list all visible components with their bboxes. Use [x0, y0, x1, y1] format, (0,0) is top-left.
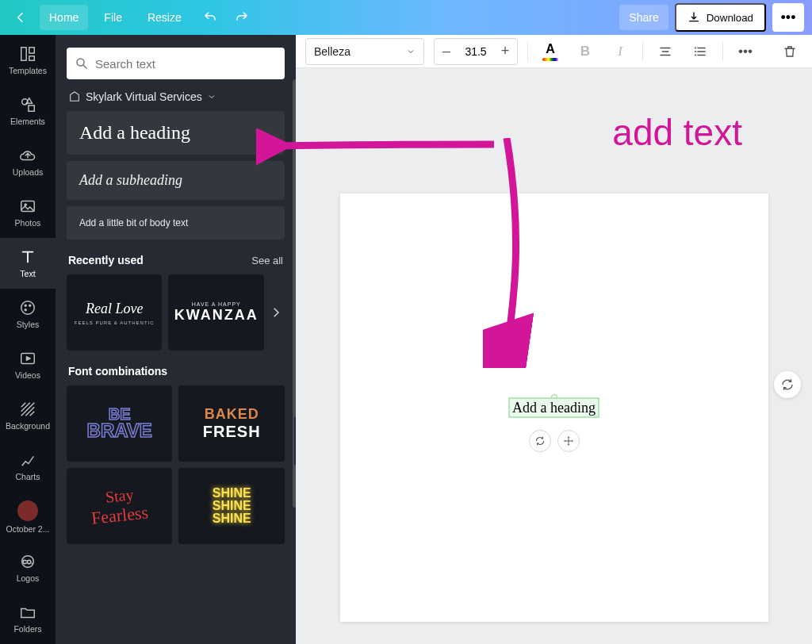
download-label: Download: [707, 12, 753, 24]
chevron-down-icon: [406, 47, 416, 56]
rail-templates[interactable]: Templates: [0, 35, 56, 86]
refresh-icon: [780, 378, 795, 392]
rail-label: Text: [20, 269, 35, 278]
add-heading-label: Add a heading: [79, 122, 272, 144]
move-icon: [563, 435, 574, 447]
svg-point-8: [25, 305, 27, 307]
font-size-minus[interactable]: –: [435, 39, 458, 64]
videos-icon: [19, 350, 36, 367]
templates-icon: [19, 45, 36, 63]
document-viewport[interactable]: Add a heading: [296, 68, 812, 644]
elements-icon: [19, 96, 36, 113]
brand-icon: [68, 90, 81, 103]
list-button[interactable]: [688, 39, 713, 64]
text-toolbar: Belleza – 31.5 + A B I •••: [296, 35, 812, 68]
chevron-right-icon: [269, 305, 283, 320]
svg-point-15: [695, 47, 696, 48]
file-menu[interactable]: File: [94, 5, 132, 30]
recent-title: Recently used: [68, 254, 144, 266]
download-icon: [688, 11, 700, 24]
back-icon[interactable]: [8, 5, 33, 30]
recent-tile-1[interactable]: HAVE A HAPPY KWANZAA: [168, 274, 264, 351]
font-size-stepper[interactable]: – 31.5 +: [434, 38, 518, 65]
delete-button[interactable]: [777, 39, 802, 64]
search-icon: [75, 56, 89, 71]
top-bar: Home File Resize Share Download •••: [0, 0, 812, 35]
svg-point-9: [29, 305, 31, 307]
rail-label: Folders: [13, 624, 41, 634]
search-input-wrap[interactable]: [67, 48, 285, 79]
logos-icon: CO.: [19, 553, 36, 570]
bold-button[interactable]: B: [573, 39, 598, 64]
align-button[interactable]: [653, 39, 678, 64]
add-subheading-label: Add a subheading: [79, 172, 272, 189]
svg-point-14: [77, 59, 84, 66]
add-heading-button[interactable]: Add a heading: [67, 111, 285, 155]
font-name: Belleza: [314, 45, 350, 58]
rail-charts[interactable]: Charts: [0, 441, 56, 492]
sync-icon: [534, 435, 546, 447]
undo-icon[interactable]: [197, 5, 223, 30]
add-subheading-button[interactable]: Add a subheading: [67, 161, 285, 200]
canvas-area: Belleza – 31.5 + A B I •••: [296, 35, 812, 644]
rail-label: Templates: [9, 66, 47, 75]
combos-title: Font combinations: [68, 365, 167, 378]
brand-dropdown[interactable]: Skylark Virtual Services: [68, 90, 283, 103]
toolbar-more[interactable]: •••: [733, 39, 758, 64]
see-all-link[interactable]: See all: [251, 255, 283, 266]
home-button[interactable]: Home: [40, 5, 88, 30]
share-button[interactable]: Share: [619, 5, 668, 30]
recent-next[interactable]: [267, 304, 285, 321]
brand-label: Skylark Virtual Services: [86, 90, 202, 103]
text-color-button[interactable]: A: [538, 39, 563, 64]
selected-text-element[interactable]: Add a heading: [508, 398, 599, 418]
combo-tile-2[interactable]: Stay Fearless: [67, 468, 173, 544]
italic-button[interactable]: I: [607, 39, 633, 64]
rail-photos[interactable]: Photos: [0, 187, 56, 238]
rail-label: October 2...: [6, 524, 50, 534]
font-size-plus[interactable]: +: [493, 39, 517, 64]
svg-rect-4: [29, 105, 34, 111]
sync-button[interactable]: [529, 430, 551, 452]
page[interactable]: Add a heading: [340, 194, 768, 622]
combo-tile-0[interactable]: BE BRAVE: [67, 385, 173, 462]
rail-background[interactable]: Background: [0, 390, 56, 441]
more-menu[interactable]: •••: [772, 3, 804, 32]
svg-rect-2: [29, 56, 34, 61]
rail-october[interactable]: October 2...: [0, 492, 56, 542]
trash-icon: [783, 44, 797, 59]
rail-label: Logos: [17, 573, 40, 583]
charts-icon: [19, 451, 36, 469]
combo-tile-3[interactable]: SHINE SHINE SHINE: [178, 468, 285, 544]
photos-icon: [19, 197, 36, 215]
rail-label: Styles: [17, 320, 40, 329]
svg-point-7: [21, 301, 35, 315]
rail-logos[interactable]: CO. Logos: [0, 542, 56, 593]
download-button[interactable]: Download: [675, 3, 766, 32]
rail-text[interactable]: Text: [0, 238, 56, 289]
redo-icon[interactable]: [229, 5, 255, 30]
text-color-icon: A: [546, 42, 555, 56]
resize-menu[interactable]: Resize: [138, 5, 191, 30]
svg-point-17: [695, 54, 696, 56]
rail-label: Photos: [15, 218, 41, 228]
font-select[interactable]: Belleza: [305, 38, 424, 65]
combo-tile-1[interactable]: BAKED FRESH: [178, 385, 285, 462]
align-center-icon: [658, 44, 672, 59]
rail-elements[interactable]: Elements: [0, 86, 56, 136]
move-button[interactable]: [557, 430, 580, 452]
add-body-button[interactable]: Add a little bit of body text: [67, 206, 285, 240]
recent-tile-0[interactable]: Real Love FEELS PURE & AUTHENTIC: [67, 274, 163, 351]
add-body-label: Add a little bit of body text: [79, 217, 272, 228]
rail-videos[interactable]: Videos: [0, 339, 56, 390]
background-icon: [19, 401, 36, 418]
rail-label: Elements: [10, 117, 45, 126]
rail-styles[interactable]: Styles: [0, 289, 56, 339]
refresh-button[interactable]: [774, 371, 801, 398]
rail-uploads[interactable]: Uploads: [0, 136, 56, 187]
folder-thumb-icon: [17, 500, 38, 521]
color-swatch: [542, 58, 558, 61]
styles-icon: [19, 299, 36, 316]
search-input[interactable]: [95, 57, 277, 71]
rail-folders[interactable]: Folders: [0, 593, 56, 644]
